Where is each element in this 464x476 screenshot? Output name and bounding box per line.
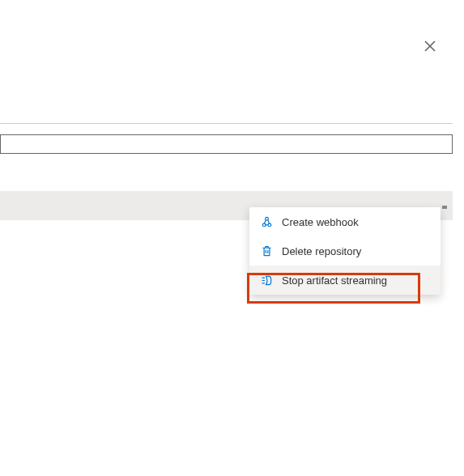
context-menu: Create webhook Delete repository Stop ar… bbox=[249, 207, 441, 295]
close-button[interactable] bbox=[422, 39, 438, 55]
close-icon bbox=[424, 40, 436, 54]
menu-item-create-webhook[interactable]: Create webhook bbox=[249, 207, 441, 236]
stop-stream-icon bbox=[259, 273, 274, 287]
menu-item-delete-repository[interactable]: Delete repository bbox=[249, 236, 441, 266]
svg-point-1 bbox=[268, 223, 271, 227]
menu-item-label: Stop artifact streaming bbox=[282, 274, 387, 287]
trash-icon bbox=[259, 244, 274, 258]
webhook-icon bbox=[259, 215, 274, 229]
svg-point-0 bbox=[262, 223, 266, 227]
overflow-indicator bbox=[442, 206, 447, 209]
menu-item-label: Create webhook bbox=[282, 216, 359, 228]
menu-item-label: Delete repository bbox=[282, 245, 361, 257]
text-input[interactable] bbox=[0, 134, 453, 154]
menu-item-stop-artifact-streaming[interactable]: Stop artifact streaming bbox=[249, 266, 441, 295]
divider bbox=[0, 123, 453, 124]
